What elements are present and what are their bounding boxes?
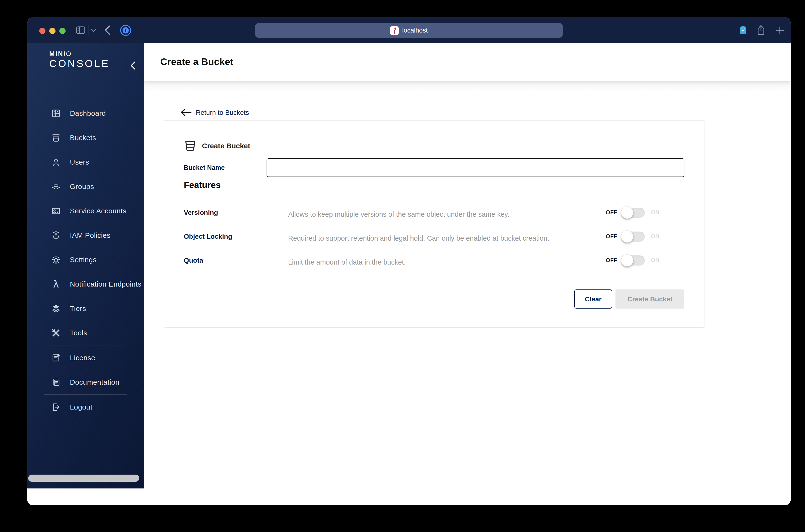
sidebar-column: MINIO CONSOLE xyxy=(27,43,144,505)
versioning-label: Versioning xyxy=(184,209,288,216)
sidebar-item-label: Notification Endpoints xyxy=(70,280,142,288)
toggle-switch[interactable] xyxy=(622,255,645,265)
id-card-icon xyxy=(51,206,61,215)
main-area: Create a Bucket Return to Buckets xyxy=(144,43,791,505)
sidebar-item-label: Dashboard xyxy=(70,109,106,117)
sidebar-item-dashboard[interactable]: Dashboard xyxy=(27,101,144,125)
back-arrow-icon xyxy=(180,109,191,116)
toggle-on-label: ON xyxy=(651,210,659,215)
card-title: Create Bucket xyxy=(202,141,250,150)
object-locking-label: Object Locking xyxy=(184,232,288,240)
toggle-switch[interactable] xyxy=(622,207,645,217)
create-bucket-button[interactable]: Create Bucket xyxy=(616,289,685,308)
toggle-knob[interactable] xyxy=(621,230,633,242)
toggle-off-label: OFF xyxy=(606,233,617,239)
return-to-buckets-link[interactable]: Return to Buckets xyxy=(180,109,249,116)
quota-label: Quota xyxy=(184,256,288,264)
toggle-knob[interactable] xyxy=(621,206,633,218)
feature-row-quota: Quota Limit the amount of data in the bu… xyxy=(184,248,685,272)
toggle-on-label: ON xyxy=(651,258,659,263)
minio-console-logo: MINIO CONSOLE xyxy=(49,50,110,69)
bucket-name-input[interactable] xyxy=(266,158,685,177)
sidebar-item-documentation[interactable]: Documentation xyxy=(27,370,144,394)
back-button[interactable] xyxy=(103,17,112,43)
sidebar-item-notification-endpoints[interactable]: λ Notification Endpoints xyxy=(27,272,144,296)
chevron-down-icon[interactable] xyxy=(90,17,97,43)
toggle-off-label: OFF xyxy=(606,210,617,215)
tools-icon xyxy=(51,328,61,338)
sidebar-item-label: Groups xyxy=(70,182,94,190)
toggle-switch[interactable] xyxy=(622,231,645,241)
versioning-toggle[interactable]: OFF ON xyxy=(606,207,685,217)
object-locking-description: Required to support retention and legal … xyxy=(288,234,606,242)
ghostery-extension-icon[interactable] xyxy=(738,17,748,43)
create-bucket-card: Create Bucket Bucket Name Features Versi… xyxy=(164,120,705,328)
page-content: Return to Buckets Create Buck xyxy=(144,81,791,505)
object-locking-toggle[interactable]: OFF ON xyxy=(606,231,685,241)
sidebar-item-service-accounts[interactable]: Service Accounts xyxy=(27,198,144,223)
quota-description: Limit the amount of data in the bucket. xyxy=(288,258,606,266)
gear-icon xyxy=(51,255,61,264)
toolbar-divider xyxy=(89,25,89,35)
sidebar-item-label: Tiers xyxy=(70,304,86,312)
zoom-window-button[interactable] xyxy=(59,28,65,34)
sidebar-item-label: Logout xyxy=(70,403,92,411)
shield-key-icon xyxy=(51,230,61,240)
user-icon xyxy=(51,157,61,167)
sidebar: MINIO CONSOLE xyxy=(27,43,144,489)
sidebar-item-label: Service Accounts xyxy=(70,207,127,215)
collapse-sidebar-icon[interactable] xyxy=(130,61,136,70)
lambda-icon: λ xyxy=(51,279,61,289)
close-window-button[interactable] xyxy=(39,28,45,34)
dashboard-icon xyxy=(51,108,61,118)
onepassword-extension-icon[interactable] xyxy=(120,25,131,36)
browser-titlebar: localhost xyxy=(27,17,791,43)
screen: localhost xyxy=(0,0,805,532)
sidebar-item-buckets[interactable]: Buckets xyxy=(27,125,144,150)
sidebar-item-groups[interactable]: Groups xyxy=(27,174,144,198)
page-header: Create a Bucket xyxy=(144,43,791,81)
sidebar-toggle-icon[interactable] xyxy=(75,17,86,43)
toggle-off-label: OFF xyxy=(606,258,617,263)
browser-window: localhost xyxy=(27,17,791,505)
sidebar-item-tiers[interactable]: Tiers xyxy=(27,296,144,321)
sidebar-item-license[interactable]: License xyxy=(27,345,144,370)
url-text: localhost xyxy=(402,27,428,34)
logout-icon xyxy=(51,402,61,412)
sidebar-item-label: Settings xyxy=(70,255,97,264)
sidebar-item-settings[interactable]: Settings xyxy=(27,247,144,272)
share-icon[interactable] xyxy=(756,17,766,43)
quota-toggle[interactable]: OFF ON xyxy=(606,255,685,265)
sidebar-item-label: Buckets xyxy=(70,133,96,141)
bucket-icon xyxy=(184,139,197,152)
sidebar-item-label: Documentation xyxy=(70,378,119,386)
features-heading: Features xyxy=(184,179,685,191)
sidebar-item-label: Tools xyxy=(70,329,87,337)
sidebar-item-users[interactable]: Users xyxy=(27,150,144,174)
horizontal-scrollbar-thumb[interactable] xyxy=(28,475,139,482)
bucket-name-label: Bucket Name xyxy=(184,164,266,171)
feature-row-object-locking: Object Locking Required to support reten… xyxy=(184,224,685,248)
sidebar-item-iam-policies[interactable]: IAM Policies xyxy=(27,223,144,247)
toggle-on-label: ON xyxy=(651,233,659,239)
new-tab-icon[interactable] xyxy=(775,17,784,43)
groups-icon xyxy=(51,182,61,191)
documentation-icon xyxy=(51,377,61,387)
layers-icon xyxy=(51,304,61,313)
logo-block: MINIO CONSOLE xyxy=(27,43,144,80)
toggle-knob[interactable] xyxy=(621,254,633,266)
sidebar-item-label: IAM Policies xyxy=(70,231,111,239)
minimize-window-button[interactable] xyxy=(49,28,56,34)
sidebar-item-tools[interactable]: Tools xyxy=(27,321,144,345)
feature-row-versioning: Versioning Allows to keep multiple versi… xyxy=(184,201,685,224)
return-link-label: Return to Buckets xyxy=(196,109,249,116)
sidebar-item-logout[interactable]: Logout xyxy=(27,395,144,419)
site-favicon xyxy=(390,26,399,35)
sidebar-item-label: Users xyxy=(70,158,89,166)
sidebar-item-label: License xyxy=(70,354,95,362)
sidebar-nav: Dashboard Buckets xyxy=(27,80,144,419)
address-bar[interactable]: localhost xyxy=(255,23,563,38)
page-title: Create a Bucket xyxy=(160,56,233,68)
clear-button[interactable]: Clear xyxy=(574,289,612,308)
bucket-icon xyxy=(51,133,61,142)
